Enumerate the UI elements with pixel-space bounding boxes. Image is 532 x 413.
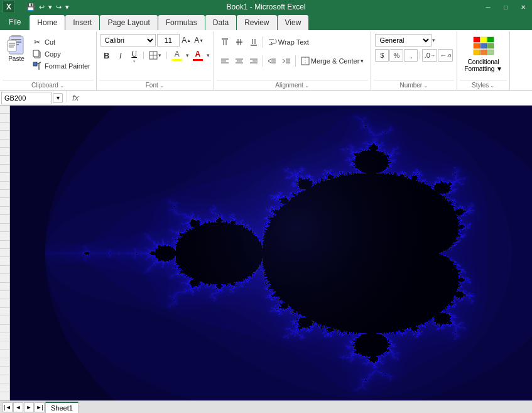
sheet-nav-next[interactable]: ► <box>24 402 34 412</box>
copy-button[interactable]: Copy <box>30 48 92 60</box>
svg-rect-52 <box>480 50 487 55</box>
row-number <box>0 392 9 400</box>
increase-decimal-button[interactable]: .0→ <box>422 49 437 62</box>
merge-dropdown-icon[interactable]: ▾ <box>361 58 364 64</box>
tab-insert[interactable]: Insert <box>65 15 99 30</box>
font-size-input[interactable] <box>157 34 180 47</box>
svg-rect-48 <box>474 43 480 48</box>
row-number <box>0 165 9 173</box>
row-number <box>0 156 9 164</box>
undo-button[interactable]: ↩ <box>38 3 46 11</box>
number-format-dropdown[interactable]: ▾ <box>432 37 435 43</box>
svg-rect-8 <box>9 47 14 48</box>
row-number <box>0 257 9 265</box>
sheet-tab-1[interactable]: Sheet1 <box>45 402 79 413</box>
font-color-button[interactable]: A <box>190 49 205 62</box>
percent-button[interactable]: % <box>389 49 403 62</box>
increase-indent-button[interactable] <box>280 55 293 67</box>
currency-button[interactable]: $ <box>375 49 389 62</box>
tab-page-layout[interactable]: Page Layout <box>100 15 157 30</box>
minimize-button[interactable]: ─ <box>479 0 497 14</box>
number-group-label[interactable]: Number ⌄ <box>374 80 454 90</box>
svg-rect-6 <box>9 43 15 44</box>
align-center-button[interactable] <box>232 55 246 67</box>
save-button[interactable]: 💾 <box>25 3 36 11</box>
row-number <box>0 375 9 383</box>
cut-button[interactable]: ✂ Cut <box>30 36 92 48</box>
underline-button[interactable]: U ▾ <box>128 49 141 62</box>
svg-rect-45 <box>474 37 480 42</box>
svg-rect-46 <box>480 37 487 42</box>
sheet-nav-prev[interactable]: ◄ <box>13 402 23 412</box>
tab-home[interactable]: Home <box>30 15 65 30</box>
font-group-label[interactable]: Font ⌄ <box>99 80 211 90</box>
ribbon: Paste ✂ Cut Copy <box>0 30 532 91</box>
tab-file[interactable]: File <box>0 14 30 30</box>
clipboard-group-label[interactable]: Clipboard ⌄ <box>3 80 94 90</box>
clipboard-content: Paste ✂ Cut Copy <box>3 33 94 80</box>
decrease-decimal-button[interactable]: ←.0 <box>438 49 453 62</box>
conditional-formatting-button[interactable]: ConditionalFormatting ▼ <box>461 34 505 74</box>
font-color-dropdown[interactable]: ▾ <box>207 52 210 58</box>
cell-reference-input[interactable] <box>1 92 52 104</box>
sheet-nav-first[interactable]: |◄ <box>3 402 13 412</box>
window-title: Book1 - Microsoft Excel <box>226 3 305 11</box>
row-number <box>0 274 9 282</box>
align-right-button[interactable] <box>247 55 261 67</box>
align-top-button[interactable] <box>218 36 232 48</box>
paste-button[interactable]: Paste <box>4 34 29 63</box>
align-left-button[interactable] <box>218 55 232 67</box>
tab-view[interactable]: View <box>278 15 309 30</box>
number-format-selector[interactable]: General <box>375 34 432 47</box>
format-painter-label: Format Painter <box>45 62 90 70</box>
row-number <box>0 114 9 122</box>
align-middle-button[interactable] <box>232 36 246 48</box>
tab-data[interactable]: Data <box>205 15 236 30</box>
close-button[interactable]: ✕ <box>514 0 532 14</box>
row-number <box>0 325 9 333</box>
formula-expand-button[interactable]: ▾ <box>53 93 63 103</box>
align-row-2: Merge & Center ▾ <box>218 53 367 69</box>
tab-formulas[interactable]: Formulas <box>158 15 205 30</box>
alignment-content: Wrap Text <box>217 33 369 80</box>
row-number <box>0 148 9 156</box>
merge-center-button[interactable]: Merge & Center ▾ <box>298 55 367 67</box>
row-number <box>0 224 9 232</box>
clipboard-expand-icon: ⌄ <box>60 82 65 89</box>
align-bottom-button[interactable] <box>247 36 261 48</box>
window-controls: ─ □ ✕ <box>479 0 532 14</box>
sheet-nav-last[interactable]: ►| <box>35 402 45 412</box>
fill-color-button[interactable]: A <box>170 49 185 62</box>
row-number <box>0 173 9 181</box>
undo-dropdown[interactable]: ▾ <box>47 3 53 11</box>
fill-color-dropdown[interactable]: ▾ <box>186 52 189 58</box>
spreadsheet-canvas[interactable] <box>10 106 532 400</box>
number-group: General ▾ $ % , .0→ ←.0 Number ⌄ <box>371 31 457 90</box>
bold-button[interactable]: B <box>100 49 113 62</box>
borders-button[interactable]: ▾ <box>146 49 164 62</box>
tab-review[interactable]: Review <box>237 15 276 30</box>
comma-button[interactable]: , <box>404 49 418 62</box>
redo-button[interactable]: ↪ <box>55 3 63 11</box>
svg-rect-11 <box>33 62 37 66</box>
font-family-selector[interactable]: Calibri <box>100 34 156 47</box>
customize-qat-button[interactable]: ▾ <box>64 3 70 11</box>
row-number <box>0 350 9 358</box>
row-number <box>0 190 9 198</box>
formula-input[interactable] <box>84 92 531 104</box>
row-number <box>0 308 9 316</box>
format-painter-button[interactable]: Format Painter <box>30 60 92 72</box>
format-painter-icon <box>32 61 42 71</box>
restore-button[interactable]: □ <box>497 0 514 14</box>
quick-access-toolbar: 💾 ↩ ▾ ↪ ▾ <box>25 3 70 11</box>
row-number <box>0 316 9 324</box>
styles-group-label[interactable]: Styles ⌄ <box>460 80 506 90</box>
number-format-row: General ▾ <box>375 34 435 47</box>
increase-font-button[interactable]: A▲ <box>181 35 192 46</box>
decrease-font-button[interactable]: A▼ <box>193 35 205 46</box>
svg-rect-47 <box>487 37 494 42</box>
italic-button[interactable]: I <box>114 49 127 62</box>
wrap-text-button[interactable]: Wrap Text <box>265 36 312 48</box>
decrease-indent-button[interactable] <box>265 55 279 67</box>
alignment-group-label[interactable]: Alignment ⌄ <box>217 80 369 90</box>
